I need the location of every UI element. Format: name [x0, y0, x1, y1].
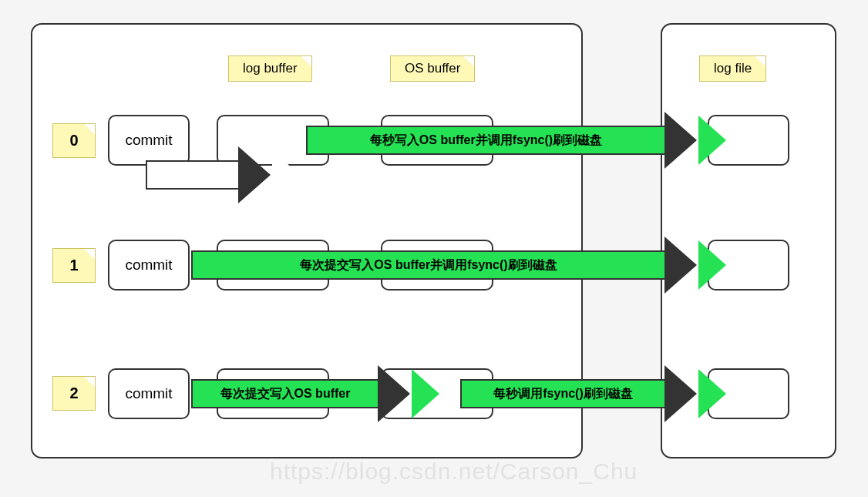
arrow-head-icon	[378, 365, 410, 422]
arrow-label	[146, 160, 238, 190]
arrow-mode1: 每次提交写入OS buffer并调用fsync()刷到磁盘	[191, 237, 697, 294]
arrow-head-icon	[664, 365, 697, 422]
arrow-mode0-commit-to-logbuffer	[146, 146, 271, 203]
commit-box-1: commit	[108, 240, 190, 290]
header-note-log-file: log file	[699, 55, 766, 82]
arrow-head-icon	[664, 237, 697, 294]
watermark-text: https://blog.csdn.net/Carson_Chu	[270, 458, 638, 485]
mode-label-1: 1	[52, 248, 96, 283]
header-note-log-buffer: log buffer	[228, 55, 312, 82]
arrow-head-icon	[664, 112, 697, 169]
arrow-label: 每秒写入OS buffer并调用fsync()刷到磁盘	[306, 126, 664, 155]
arrow-label: 每次提交写入OS buffer并调用fsync()刷到磁盘	[191, 250, 664, 280]
arrow-mode2-fsync: 每秒调用fsync()刷到磁盘	[460, 365, 697, 422]
commit-box-2: commit	[108, 368, 190, 419]
header-note-os-buffer: OS buffer	[390, 55, 475, 82]
mode-label-0: 0	[52, 123, 96, 158]
arrow-label: 每次提交写入OS buffer	[191, 379, 378, 408]
arrow-head-icon	[238, 146, 271, 203]
mode-label-2: 2	[52, 376, 96, 411]
arrow-label: 每秒调用fsync()刷到磁盘	[460, 379, 664, 408]
arrow-mode0-fsync: 每秒写入OS buffer并调用fsync()刷到磁盘	[306, 112, 697, 169]
arrow-mode2-write: 每次提交写入OS buffer	[191, 365, 410, 422]
